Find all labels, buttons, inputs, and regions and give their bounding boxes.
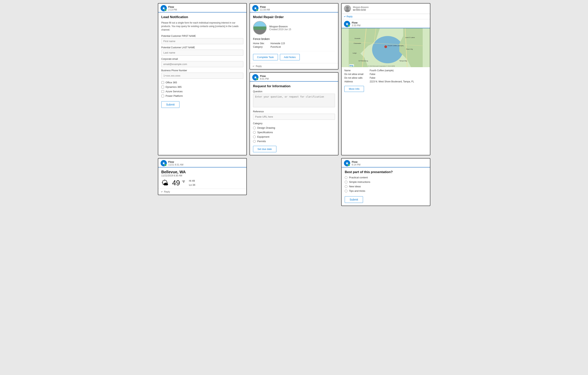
firstname-input[interactable] <box>161 38 243 44</box>
checkbox-dynamics365[interactable]: Dynamics 365 <box>161 86 243 88</box>
repair-actions: Complete Task Add Notes <box>253 51 335 60</box>
poll-option-ideas-label: New ideas <box>349 185 361 188</box>
lead-notification-card: Flow 2:13 PM Lead Notification Please fi… <box>158 3 247 155</box>
location-details: Name Fourth Coffee (sample) Do not allow… <box>342 67 430 94</box>
poll-card: Flow 6:14 PM Best part of this presentat… <box>341 158 430 206</box>
phone-input[interactable] <box>161 73 243 79</box>
rfi-body: Request for Information Question Referen… <box>250 82 338 155</box>
reply-arrow-icon-2: ↵ <box>344 15 346 18</box>
svg-text:bing: bing <box>350 65 353 67</box>
checkbox-azure-label: Azure Services <box>166 90 183 93</box>
profile-name: Megan Bowen <box>269 25 291 28</box>
repair-homesite-key: Home Site: <box>253 42 271 45</box>
loc-email-row: Do not allow email False <box>344 73 427 75</box>
dynamics-user-header: Megan Bowen tel:555-0150 <box>342 3 430 14</box>
repair-homesite-row: Home Site: Homesite 115 <box>253 42 335 45</box>
weather-body: Bellevue, WA 11/21/2019 8:30 AM 🌤 49 °F … <box>158 167 246 189</box>
weather-header: Flow 11/21 8:31 AM <box>158 159 246 167</box>
weather-highs: Hi 49 Lo 34 <box>189 179 195 187</box>
poll-submit-button[interactable]: Submit <box>345 196 363 203</box>
checkbox-powerplatform-input[interactable] <box>161 95 164 97</box>
rfi-flow-name: Flow <box>260 75 269 77</box>
poll-option-tips[interactable]: Tips and tricks <box>345 189 427 192</box>
rfi-header: Flow 6:01 PM <box>250 73 338 82</box>
rfi-question-label: Question <box>253 90 335 93</box>
weather-reply-label[interactable]: Reply <box>164 190 170 193</box>
dynamics-reply-link[interactable]: ↵ Reply <box>342 14 430 19</box>
rfi-category-design-radio[interactable] <box>253 127 256 129</box>
repair-header-meta: Flow 11:33 AM <box>260 5 270 11</box>
user-info: Megan Bowen tel:555-0150 <box>353 6 427 11</box>
dynamics-map-card: Megan Bowen tel:555-0150 ↵ Reply Flow 3:… <box>341 3 430 155</box>
poll-option-ideas[interactable]: New ideas <box>345 185 427 188</box>
repair-reply-bar[interactable]: ↵ Reply <box>250 63 338 69</box>
set-due-date-button[interactable]: Set due date <box>253 146 276 152</box>
svg-text:St Petersburg: St Petersburg <box>358 60 368 62</box>
poll-option-simple-radio[interactable] <box>345 181 347 183</box>
lead-header-meta: Flow 2:13 PM <box>168 5 177 11</box>
dynamics-reply-label[interactable]: Reply <box>347 15 353 18</box>
add-notes-button[interactable]: Add Notes <box>280 54 300 60</box>
rfi-reference-input[interactable] <box>253 114 335 120</box>
checkbox-office365[interactable]: Office 365 <box>161 81 243 84</box>
rfi-category-specs[interactable]: Specifications <box>253 131 335 134</box>
rfi-category-label: Category <box>253 122 335 125</box>
poll-option-simple[interactable]: Simple instructions <box>345 181 427 183</box>
flow-icon-rfi <box>252 74 259 80</box>
lead-body: Lead Notification Please fill out a sing… <box>158 12 246 155</box>
lead-flow-time: 2:13 PM <box>168 8 177 11</box>
lead-flow-name: Flow <box>168 5 177 8</box>
rfi-question-input[interactable] <box>253 94 335 107</box>
rfi-categories: Design Drawing Specifications Equipment … <box>253 126 335 143</box>
lastname-field-group: Potential Customer LAST NAME <box>161 46 243 56</box>
weather-header-meta: Flow 11/21 8:31 AM <box>168 161 183 166</box>
loc-email-key: Do not allow email <box>344 73 370 75</box>
rfi-category-permits-radio[interactable] <box>253 140 256 143</box>
repair-order-card: Flow 11:33 AM Model Repair Order Megan B… <box>250 3 338 70</box>
dynamics-header: Flow 3:33 PM <box>342 19 430 28</box>
poll-options: Practical content Simple instructions Ne… <box>345 176 427 192</box>
repair-reply-label[interactable]: Reply <box>256 65 262 68</box>
weather-card: Flow 11/21 8:31 AM Bellevue, WA 11/21/20… <box>158 158 247 195</box>
checkbox-office365-input[interactable] <box>161 81 164 84</box>
svg-text:Land O Lakes: Land O Lakes <box>405 37 415 38</box>
complete-task-button[interactable]: Complete Task <box>253 54 278 60</box>
rfi-category-design[interactable]: Design Drawing <box>253 126 335 129</box>
lastname-label: Potential Customer LAST NAME <box>161 46 243 49</box>
weather-temp-value: 49 <box>172 179 180 187</box>
reply-arrow-icon: ↵ <box>253 65 255 68</box>
poll-option-tips-radio[interactable] <box>345 190 347 192</box>
repair-category-val: PunchList <box>271 45 281 48</box>
lead-header: Flow 2:13 PM <box>158 3 246 12</box>
rfi-category-permits[interactable]: Permits <box>253 140 335 143</box>
rfi-flow-time: 6:01 PM <box>260 77 269 80</box>
checkbox-azure-input[interactable] <box>161 90 164 93</box>
weather-reply-bar[interactable]: ↵ Reply <box>158 189 246 195</box>
checkbox-azure[interactable]: Azure Services <box>161 90 243 93</box>
repair-profile: Megan Bowen Created 2019 Jun 15 <box>253 21 335 35</box>
repair-flow-time: 11:33 AM <box>260 8 270 11</box>
loc-calls-row: Do not allow calls False <box>344 76 427 79</box>
rfi-category-equipment-radio[interactable] <box>253 136 256 138</box>
email-input[interactable] <box>161 61 243 67</box>
rfi-category-equipment-label: Equipment <box>257 135 269 138</box>
svg-text:Dunedin: Dunedin <box>355 38 360 39</box>
product-checkboxes: Office 365 Dynamics 365 Azure Services P… <box>161 81 243 97</box>
checkbox-powerplatform[interactable]: Power Platform <box>161 95 243 97</box>
loc-address-key: Address <box>344 80 370 83</box>
more-info-button[interactable]: More Info <box>344 86 364 92</box>
weather-main: 🌤 49 °F Hi 49 Lo 34 <box>161 179 243 187</box>
lead-submit-button[interactable]: Submit <box>161 101 180 108</box>
rfi-category-equipment[interactable]: Equipment <box>253 135 335 138</box>
weather-flow-name: Flow <box>168 161 183 163</box>
poll-option-ideas-radio[interactable] <box>345 185 347 188</box>
firstname-label: Potential Customer FIRST NAME <box>161 35 243 37</box>
lastname-input[interactable] <box>161 50 243 56</box>
checkbox-dynamics365-input[interactable] <box>161 86 164 88</box>
email-label: Corporate email <box>161 58 243 60</box>
rfi-category-specs-radio[interactable] <box>253 131 256 134</box>
map-svg: Dunedin Clearwater Largo Land O Lakes Pl… <box>342 28 430 67</box>
poll-option-practical-radio[interactable] <box>345 176 347 179</box>
poll-option-practical[interactable]: Practical content <box>345 176 427 179</box>
checkbox-office365-label: Office 365 <box>166 81 177 84</box>
